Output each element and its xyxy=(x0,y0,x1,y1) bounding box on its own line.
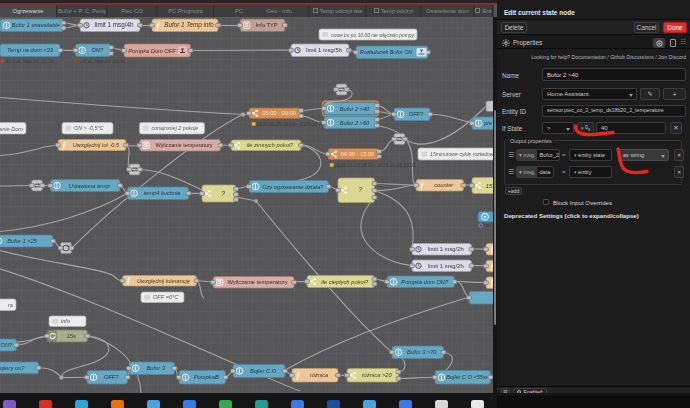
svg-text:ile ciepłych pokoi?: ile ciepłych pokoi? xyxy=(321,279,369,285)
svg-text:ojlery on?: ojlery on? xyxy=(0,365,25,371)
svg-text:S: S xyxy=(217,279,221,285)
svg-text:counter: counter xyxy=(434,182,454,188)
svg-text:limit 1 msg/5h: limit 1 msg/5h xyxy=(306,47,342,53)
svg-text:ile zimnych pokoi?: ile zimnych pokoi? xyxy=(247,142,294,148)
svg-text:limit 1 msg/2h: limit 1 msg/2h xyxy=(428,263,464,269)
svg-text:ra: ra xyxy=(8,302,13,308)
svg-text:Czy ogrzewanie działa?: Czy ogrzewanie działa? xyxy=(262,184,324,190)
svg-text:0 ON?: 0 ON? xyxy=(0,342,13,348)
svg-text:OFF?: OFF? xyxy=(409,111,424,117)
svg-text:Bojler C.O: Bojler C.O xyxy=(250,368,277,374)
svg-text:15: 15 xyxy=(486,183,493,189)
svg-text:OFF?: OFF? xyxy=(104,374,119,380)
svg-text:off at: Nov 24, 21:38: off at: Nov 24, 21:38 xyxy=(81,59,125,64)
svg-text:Info TYP: Info TYP xyxy=(255,22,277,28)
svg-text:Ogrzewanie Dom: Ogrzewanie Dom xyxy=(0,126,23,132)
svg-text:ON?: ON? xyxy=(91,47,104,53)
svg-text:pie: pie xyxy=(483,120,492,126)
svg-text:Bufor 1 unavailable: Bufor 1 unavailable xyxy=(12,22,60,28)
svg-text:?: ? xyxy=(221,190,225,197)
svg-text:Ustawiona temp: Ustawiona temp xyxy=(69,183,110,189)
svg-text:Wyliczanie temperatury: Wyliczanie temperatury xyxy=(227,279,287,285)
svg-text:2025-11-25 08:00 - 2025-11-25: 2025-11-25 08:00 - 2025-11-25 15:00 xyxy=(335,163,416,168)
svg-text:Temp na dom <33: Temp na dom <33 xyxy=(7,47,54,53)
svg-text:15minutowe cykle rozładow: 15minutowe cykle rozładow xyxy=(430,151,494,157)
svg-text:Bufor 1 >25: Bufor 1 >25 xyxy=(7,238,37,244)
svg-text:nowe bo po 10:00 nie włączało: nowe bo po 10:00 nie włączało pompy xyxy=(331,33,414,38)
svg-text:S: S xyxy=(244,22,248,28)
svg-text:ON > -0,5°C: ON > -0,5°C xyxy=(74,125,104,131)
svg-text:05:00 - 00:00: 05:00 - 00:00 xyxy=(262,110,296,116)
svg-text:Wyliczanie temperatury: Wyliczanie temperatury xyxy=(155,142,212,148)
svg-text:Uwzględnij tol -0,5: Uwzględnij tol -0,5 xyxy=(73,142,120,148)
svg-text:?: ? xyxy=(358,186,362,193)
svg-text:conajmniej 2 pokoje: conajmniej 2 pokoje xyxy=(152,125,199,131)
svg-text:Bojler C.O <55st: Bojler C.O <55st xyxy=(446,374,488,380)
svg-text:Rozładunek Bufor ON: Rozładunek Bufor ON xyxy=(360,49,413,55)
svg-text:różnica: różnica xyxy=(310,372,328,378)
svg-text:15s: 15s xyxy=(67,333,76,339)
svg-text:Bufor 3 >70: Bufor 3 >70 xyxy=(407,349,437,355)
svg-text:OFF =0°C: OFF =0°C xyxy=(153,294,179,300)
svg-text:Bufor 2 >60: Bufor 2 >60 xyxy=(340,120,370,126)
svg-text:różnica >20: różnica >20 xyxy=(362,372,393,378)
svg-text:Bufor 1 Temp info: Bufor 1 Temp info xyxy=(164,21,214,29)
svg-text:info: info xyxy=(61,318,70,324)
svg-text:Bufor 2 >40: Bufor 2 >40 xyxy=(340,106,370,112)
svg-text:Uwzględnij tolerancję: Uwzględnij tolerancję xyxy=(137,278,190,284)
svg-text:temp4 kuchnia: temp4 kuchnia xyxy=(144,190,181,196)
svg-text:Pompka dom ON?: Pompka dom ON? xyxy=(401,279,449,285)
svg-text:PompkaB: PompkaB xyxy=(194,374,219,380)
svg-text:limit 1 msg/2h: limit 1 msg/2h xyxy=(428,246,464,252)
svg-text:limit 1 msg/4h: limit 1 msg/4h xyxy=(95,21,134,29)
svg-text:33.3 at: Nov 24, 21:39: 33.3 at: Nov 24, 21:39 xyxy=(6,59,54,64)
svg-text:run: run xyxy=(484,223,491,228)
svg-text:Bufor 3: Bufor 3 xyxy=(147,365,166,371)
svg-text:Pompka Dom OFF: Pompka Dom OFF xyxy=(128,48,176,54)
svg-text:06:00 - 15:00: 06:00 - 15:00 xyxy=(341,151,375,157)
svg-text:S: S xyxy=(144,142,148,148)
